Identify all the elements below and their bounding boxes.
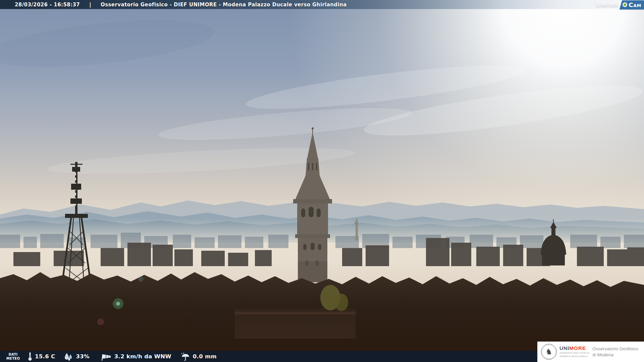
humidity-reading: 33% <box>64 352 89 361</box>
seal-glyph: ♞ <box>545 348 552 356</box>
wind-value: 3.2 km/h da WNW <box>114 353 171 360</box>
temperature-reading: 15.6 C <box>28 352 55 361</box>
camera-lens-dot-icon <box>623 2 627 7</box>
windsock-icon <box>100 352 112 361</box>
weathercam-plate: Cam <box>620 0 644 9</box>
unimore-seal-icon: ♞ <box>541 344 557 360</box>
webcam-scene <box>0 0 644 362</box>
humidity-value: 33% <box>76 353 89 360</box>
unimore-more-text: MORE <box>569 345 586 351</box>
unimore-subtitle-line2: MODENA E REGGIO EMILIA <box>559 355 589 358</box>
humidity-drops-icon <box>64 352 73 361</box>
unimore-uni-text: UNI <box>559 345 569 351</box>
rain-reading: 0.0 mm <box>181 352 217 361</box>
top-info-bar: 28/03/2026 - 16:58:37 | Osservatorio Geo… <box>0 0 644 9</box>
meteo-label-line2: METEO <box>5 357 21 361</box>
meteo-label-line1: DATI <box>5 353 21 357</box>
weathercam-logo: Weather Cam <box>595 1 644 9</box>
camera-title: Osservatorio Geofisico - DIEF UNIMORE - … <box>101 2 347 8</box>
observatory-line2: di Modena <box>592 352 638 358</box>
webcam-frame: 28/03/2026 - 16:58:37 | Osservatorio Geo… <box>0 0 644 362</box>
datetime-text: 28/03/2026 - 16:58:37 <box>15 2 80 8</box>
weathercam-weather-text: Weather <box>595 2 618 8</box>
unimore-brand-box: ♞ UNIMORE UNIVERSITÀ DEGLI STUDI DI MODE… <box>537 342 644 362</box>
thermometer-icon <box>28 352 32 361</box>
rain-value: 0.0 mm <box>193 353 217 360</box>
observatory-name: Osservatorio Geofisico di Modena <box>592 346 638 358</box>
rain-umbrella-icon <box>181 352 190 361</box>
unimore-subtitle-line1: UNIVERSITÀ DEGLI STUDI DI <box>559 352 589 355</box>
weathercam-cam-text: Cam <box>629 1 641 8</box>
meteo-label: DATI METEO <box>5 353 21 360</box>
wind-reading: 3.2 km/h da WNW <box>100 352 171 361</box>
separator: | <box>89 2 91 8</box>
temperature-value: 15.6 C <box>35 353 55 360</box>
unimore-wordmark: UNIMORE UNIVERSITÀ DEGLI STUDI DI MODENA… <box>559 346 589 358</box>
observatory-line1: Osservatorio Geofisico <box>592 346 638 352</box>
